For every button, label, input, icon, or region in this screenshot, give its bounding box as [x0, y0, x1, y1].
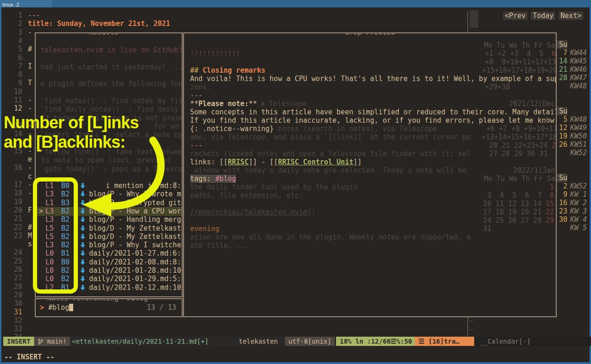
- results-bleed-text: e plugin defines the following fun: [40, 80, 183, 88]
- prompt-window: Notes referencing `#blog` > #blog 13 / 1…: [35, 298, 183, 317]
- calendar-sunday-cell[interactable]: 14: [556, 57, 567, 65]
- down-arrow-icon: [80, 208, 86, 214]
- preview-row: !!!!!!!!!!!!+1 +2 +3 4 5 6: [184, 50, 557, 58]
- calendar-sunday-cell[interactable]: 16: [556, 199, 567, 207]
- down-arrow-icon-wrap: [80, 276, 86, 284]
- preview-row: ame, via Telescope, and place a `[[link]…: [184, 133, 557, 141]
- down-arrow-icon: [80, 216, 86, 223]
- annotation-line1: Number of [L]inks: [4, 113, 139, 132]
- down-arrow-icon: [80, 276, 86, 282]
- gutter-line: 30: [2, 299, 22, 308]
- today-button[interactable]: Today: [531, 12, 555, 20]
- calendar-week-number: KW48: [570, 82, 587, 90]
- calendar-week-number: KW49: [570, 124, 587, 132]
- calendar-sunday-cell[interactable]: 12: [556, 124, 567, 132]
- gutter-line: 23: [2, 232, 22, 240]
- gutter-line: 32: [2, 316, 22, 325]
- result-text: blog/P - Why I switche: [89, 241, 181, 249]
- calendar-sunday-cell[interactable]: 28: [556, 74, 567, 82]
- result-text: daily/2021-01-29.md:5:: [89, 275, 181, 283]
- preview-text: evening: [190, 225, 219, 233]
- calendar-week-number: KW 2: [570, 199, 587, 207]
- calendar-bleed-text: 6: [552, 50, 556, 58]
- calendar-bleed-text: +13+14+15+16+17*18: [482, 133, 557, 141]
- preview-row: evening31: [184, 225, 557, 233]
- next-button[interactable]: Next>: [559, 12, 583, 20]
- calendar-week-number: KW50: [570, 132, 587, 140]
- empty-line-tilde: ~: [469, 317, 473, 325]
- calendar-bleed-text: 4: [544, 116, 548, 125]
- calendar-bleed-text: 22: [546, 208, 554, 216]
- gutter-line: 25: [2, 257, 22, 265]
- calendar-su-header: Su: [556, 107, 567, 115]
- preview-text: ]]: [353, 158, 362, 166]
- calendar-sunday-cell[interactable]: 26: [556, 140, 567, 149]
- calendar-bleed-text: 2021/12(Dec: [509, 100, 555, 108]
- gutter-line: 2: [2, 19, 22, 28]
- calendar-sunday-cell[interactable]: 23: [556, 207, 567, 215]
- plugin-name: telekasten: [239, 337, 278, 346]
- results-bleed-text: for wo: [154, 122, 179, 131]
- calendar-sunday-cell[interactable]: 9: [556, 190, 567, 199]
- calendar-bleed-text: 3 4 5 6 7: [483, 191, 550, 200]
- calendar-week-number: KW47: [570, 74, 587, 82]
- buffer-char: M: [28, 232, 32, 240]
- git-branch-label: main!: [47, 338, 66, 345]
- gutter-line: 1: [2, 11, 22, 19]
- results-bleed-text: `find_notes()` : find notes by fil: [40, 97, 183, 105]
- results-bleed-text: ts note to open (incl. preview): [41, 156, 171, 164]
- calendar-week-number: KW52: [570, 182, 587, 190]
- result-text: blog/P - Handling merg: [89, 215, 181, 224]
- calendar-sunday-cell[interactable]: 7: [556, 49, 567, 57]
- buffer-line: title: Sunday, November 21st, 2021: [28, 19, 170, 28]
- preview-row: ions.+29+30: [184, 83, 557, 91]
- filename: <ettelkasten/daily/2021-11-21.md[+]: [72, 337, 209, 346]
- grep-preview-title: Grep Preview: [342, 32, 398, 37]
- down-arrow-icon-wrap: [80, 250, 86, 258]
- calendar-sunday-cell[interactable]: 2: [556, 182, 567, 190]
- calendar-week-number: KW48: [570, 115, 587, 124]
- preview-text: ote title, ...: [190, 241, 248, 250]
- buffer-line: -: [28, 28, 32, 37]
- preview-text: Closing remarks: [203, 66, 265, 75]
- tmux-titlebar: tmux -2: [0, 0, 591, 7]
- result-text: daily/2021-01-28.md:10: [89, 266, 181, 275]
- calendar-statusline: __Calendar[-]: [474, 337, 591, 346]
- preview-text: notes (search in notes), via Telescope: [274, 125, 437, 133]
- gutter-line: 16: [2, 163, 22, 172]
- annotation-line2: and [B]acklinks:: [4, 132, 125, 152]
- calendar-bleed-text: +29+30: [485, 83, 510, 91]
- preview-text: Please note:: [198, 100, 248, 108]
- preview-text: ---: [190, 141, 203, 150]
- down-arrow-icon: [80, 259, 86, 265]
- calendar-week-number: KW 3: [570, 207, 587, 215]
- calendar-sunday-cell[interactable]: 19: [556, 132, 567, 140]
- calendar-sunday-cell[interactable]: 5: [556, 115, 567, 124]
- prev-button[interactable]: <Prev: [503, 12, 527, 20]
- results-bleed-text: had just started it yesterday! ...: [40, 63, 183, 71]
- preview-text: RRISC Control Unit: [278, 158, 354, 166]
- preview-row: tags: #blogMo Tu We Th Fr Sa: [184, 175, 557, 183]
- calendar-sunday-cell[interactable]: 21: [556, 65, 567, 74]
- calendar-nav: <PrevTodayNext>: [503, 12, 586, 20]
- down-arrow-icon: [80, 233, 86, 240]
- gutter-line: 31: [2, 308, 22, 316]
- gutter-line: 27: [2, 274, 22, 282]
- preview-row: window with today's daily note pre-selec…: [184, 166, 557, 175]
- prompt-caret: >: [40, 303, 44, 312]
- preview-text: ##: [190, 66, 203, 75]
- down-arrow-icon: [80, 225, 86, 232]
- preview-row: rackets (linked note) and open a Telesco…: [184, 150, 557, 158]
- calendar-sunday-cell[interactable]: 30: [556, 215, 567, 224]
- gutter-line: 26: [2, 265, 22, 274]
- prompt-input[interactable]: > #blog: [40, 303, 73, 312]
- down-arrow-icon-wrap: [80, 216, 86, 225]
- calendar-week-number: KW 1: [570, 190, 587, 199]
- down-arrow-icon-wrap: [80, 284, 86, 293]
- result-text: blog/D - My Zettelkast: [89, 232, 181, 241]
- result-text: daily/2021-01-27.md:6:: [89, 249, 181, 257]
- preview-text: ]] - [[: [248, 158, 278, 166]
- preview-text: a Telescope: [261, 100, 306, 108]
- preview-text: Some concepts in this article have been …: [190, 108, 557, 116]
- calendar-su-header: Su: [556, 174, 567, 182]
